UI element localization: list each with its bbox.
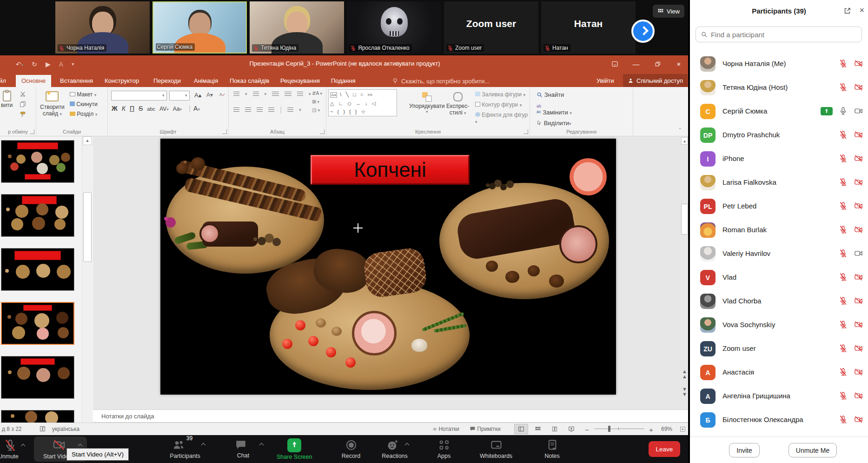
chat-options-chevron[interactable]	[259, 443, 264, 448]
participant-row[interactable]: A Ангеліна Грищишина	[690, 384, 868, 408]
underline-button[interactable]: П	[130, 105, 134, 112]
participant-row[interactable]: PL Petr Lebed	[690, 195, 868, 218]
previous-slide-button[interactable]: ▲▲	[681, 369, 688, 381]
shrink-font-button[interactable]: A▾	[206, 92, 213, 98]
bullets-button[interactable]	[233, 92, 239, 96]
replace-button[interactable]: abac Замінити ▾	[537, 102, 572, 116]
slide-scrollbar[interactable]: ▲ ▲▲ ▼▼	[681, 136, 689, 409]
participant-row[interactable]: Vlad Chorba	[690, 289, 868, 313]
whiteboards-button[interactable]: Whiteboards	[475, 439, 517, 459]
restore-button[interactable]	[647, 55, 668, 73]
participant-row[interactable]: ZU Zoom user	[690, 337, 868, 361]
cut-button[interactable]	[20, 91, 26, 97]
video-tile-active-speaker[interactable]: Сергій Сюмка	[152, 1, 247, 54]
participant-row[interactable]: Valeriy Havrilov	[690, 242, 868, 266]
scrollbar-thumb[interactable]	[681, 204, 688, 235]
shapes-gallery[interactable]: A≡ \ ╲ □ ○ ▭△ ∟ ◇ → ↓ ◁~ ( ) { } ☆ ▴▾≡	[328, 89, 397, 116]
record-button[interactable]: Record	[337, 439, 365, 459]
reactions-options-chevron[interactable]	[405, 443, 410, 448]
align-right-button[interactable]	[257, 107, 263, 112]
tell-me-search[interactable]: Скажіть, що потрібно зробити...	[392, 75, 490, 87]
change-case-button[interactable]: Aa▾	[173, 106, 182, 112]
zoom-slider[interactable]	[594, 429, 644, 429]
tab-view[interactable]: Подання	[325, 75, 361, 87]
line-spacing-button[interactable]	[297, 92, 303, 96]
text-direction-button[interactable]: ⇵A ▾	[312, 91, 322, 96]
tab-animations[interactable]: Анімація	[188, 75, 224, 87]
video-tile[interactable]: Ярослав Откаленко	[347, 1, 441, 54]
share-button[interactable]: Спільний доступ	[623, 74, 688, 87]
slide-thumbnail[interactable]	[1, 194, 74, 237]
quick-styles-button[interactable]: Експрес- стилі ▾	[446, 91, 469, 116]
language-status[interactable]: українська	[52, 426, 80, 432]
shape-fill-button[interactable]: Заливка фігури ▾	[475, 91, 530, 98]
participants-options-chevron[interactable]	[201, 443, 206, 448]
notes-toggle[interactable]: ≑ Нотатки	[432, 426, 459, 432]
sign-in-button[interactable]: Увійти	[596, 75, 614, 87]
drawing-dialog-launcher[interactable]	[523, 129, 528, 134]
video-tile[interactable]: Чорна Наталія	[55, 1, 150, 54]
view-button[interactable]: View	[653, 5, 684, 18]
participant-row[interactable]: А Анастасія	[690, 361, 868, 384]
current-slide[interactable]: Копчені	[160, 139, 616, 395]
reactions-button[interactable]: Reactions	[379, 439, 416, 459]
fit-to-window-button[interactable]	[677, 424, 688, 434]
slide-thumbnail[interactable]	[1, 356, 74, 399]
minimize-button[interactable]: —	[625, 55, 647, 73]
unmute-me-button[interactable]: Unmute Me	[788, 443, 837, 457]
notes-pane[interactable]: Нотатки до слайда	[93, 409, 689, 423]
numbering-button[interactable]	[253, 92, 259, 96]
zoom-slider-knob[interactable]	[608, 426, 610, 432]
arrange-button[interactable]: Упорядкувати▾	[409, 91, 445, 114]
slideshow-view-button[interactable]	[564, 424, 578, 434]
leave-button[interactable]: Leave	[649, 441, 680, 457]
tab-review[interactable]: Рецензування	[275, 75, 325, 87]
collapse-ribbon-button[interactable]: ⌃	[678, 127, 682, 132]
invite-button[interactable]: Invite	[729, 443, 760, 457]
font-dialog-launcher[interactable]	[222, 129, 227, 134]
tab-slideshow[interactable]: Показ слайдів	[224, 75, 275, 87]
notes-button[interactable]: Notes	[539, 439, 565, 459]
video-tile[interactable]: Натан Натан	[541, 1, 636, 54]
grow-font-button[interactable]: A▴	[194, 92, 201, 99]
zoom-in-button[interactable]: +	[649, 426, 653, 434]
convert-smartart-button[interactable]: ◳ ▾	[312, 107, 322, 113]
spellcheck-book-icon[interactable]	[39, 425, 46, 432]
copy-button[interactable]	[20, 101, 26, 107]
video-tile[interactable]: Тетяна Юдіна	[250, 1, 344, 54]
search-input[interactable]	[711, 31, 857, 39]
layout-button[interactable]: Макет ▾	[70, 91, 98, 98]
popout-icon[interactable]	[843, 7, 851, 15]
font-color-button[interactable]: A▾	[193, 105, 200, 112]
participant-row[interactable]: Roman Burlak	[690, 218, 868, 242]
participant-row[interactable]: DP Dmytro Prashchuk	[690, 123, 868, 147]
section-button[interactable]: Розділ ▾	[70, 111, 98, 117]
participant-row[interactable]: Vova Sochynskiy	[690, 313, 868, 337]
share-screen-button[interactable]: Share Screen	[277, 438, 312, 460]
close-icon[interactable]: ×	[859, 6, 864, 15]
tab-transitions[interactable]: Переходи	[148, 75, 186, 87]
scroll-up-arrow[interactable]: ▲	[83, 136, 92, 145]
participant-row[interactable]: Чорна Наталія (Me)	[690, 52, 868, 76]
shape-effects-button[interactable]: Ефекти для фігур ▾	[475, 112, 530, 125]
participant-row[interactable]: I iPhone	[690, 147, 868, 171]
tab-file[interactable]: йл	[0, 75, 12, 87]
ribbon-display-options-button[interactable]	[604, 55, 625, 73]
normal-view-button[interactable]	[514, 424, 528, 434]
participant-row[interactable]: Larisa Fialkovska	[690, 171, 868, 195]
tab-home[interactable]: Основне	[16, 75, 51, 87]
scrollbar-thumb[interactable]	[83, 192, 92, 262]
reading-view-button[interactable]	[548, 424, 562, 434]
align-text-button[interactable]: ⊞ ▾	[312, 99, 322, 104]
strikethrough-button[interactable]: S	[139, 105, 143, 112]
decrease-indent-button[interactable]	[272, 92, 279, 96]
tab-design[interactable]: Конструктор	[99, 75, 145, 87]
comments-toggle[interactable]: Примітки	[470, 426, 501, 432]
align-center-button[interactable]	[245, 107, 251, 112]
slide-thumbnail[interactable]	[1, 140, 74, 183]
justify-button[interactable]	[268, 107, 274, 112]
participant-row[interactable]: Б Білостегнюк Олександра	[690, 408, 868, 432]
align-left-button[interactable]	[233, 107, 239, 112]
next-videos-arrow-button[interactable]	[631, 20, 655, 43]
thumbnails-scrollbar[interactable]: ▲	[82, 136, 92, 422]
